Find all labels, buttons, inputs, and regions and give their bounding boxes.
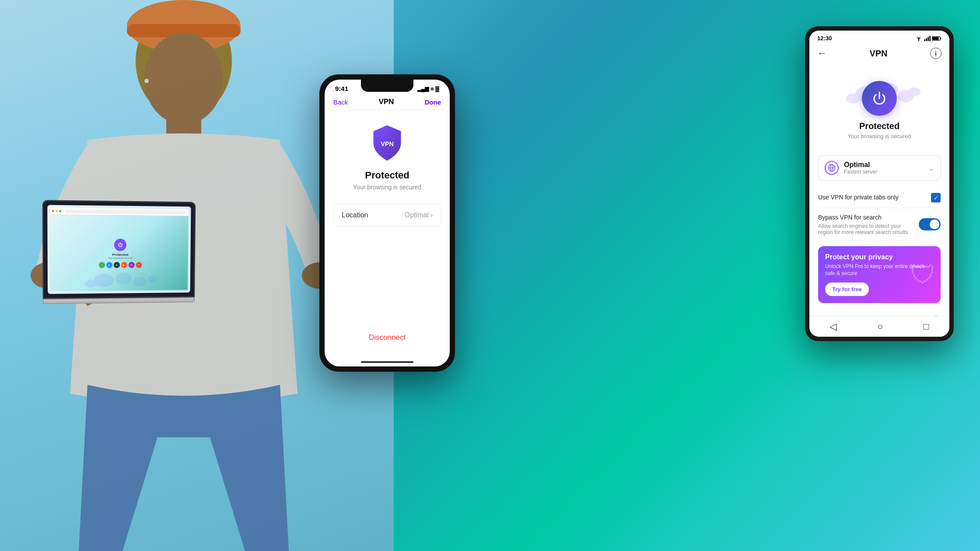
laptop-protected-text: Protected	[112, 252, 129, 256]
android-back-arrow[interactable]: ←	[817, 48, 827, 59]
iphone-back-button[interactable]: Back	[333, 98, 348, 106]
svg-point-10	[133, 277, 146, 286]
android-toggle-knob	[930, 220, 939, 229]
laptop-world-map	[48, 267, 190, 294]
android-frame: 12:30	[805, 26, 954, 341]
android-private-tabs-label: Use VPN for private tabs only	[818, 193, 931, 202]
vpn-shield-icon[interactable]: VPN	[368, 123, 407, 163]
android-protected-subtitle: Your browsing is secured	[848, 133, 911, 139]
android-phone: 12:30	[805, 26, 954, 341]
iphone-vpn-body: VPN Protected Your browsing is secured L…	[325, 110, 450, 244]
android-nav-recents-icon[interactable]: □	[924, 321, 929, 332]
iphone-location-label: Location	[342, 211, 368, 219]
svg-rect-15	[924, 39, 925, 41]
android-server-subtitle: Fastest server	[844, 169, 928, 175]
browser-dot-yellow	[56, 210, 58, 212]
laptop-sub-text: Your browsing is secured	[108, 256, 132, 259]
android-nav-home-icon[interactable]: ○	[877, 321, 883, 332]
android-bypass-search-row[interactable]: Bypass VPN for search Allow search engin…	[818, 208, 941, 241]
iphone-disconnect-button[interactable]: Disconnect	[325, 326, 450, 349]
svg-text:VPN: VPN	[381, 140, 394, 147]
android-promo-shield-decoration: 🛡	[910, 259, 936, 289]
android-nav-bar: ← VPN i	[809, 43, 949, 63]
android-bypass-label-group: Bypass VPN for search Allow search engin…	[818, 213, 919, 235]
android-battery-icon	[932, 36, 942, 41]
laptop-vpn-area: Protected Your browsing is secured ✓ S ●	[50, 215, 189, 291]
android-globe-icon	[825, 161, 839, 175]
svg-point-14	[918, 40, 920, 41]
android-status-icons	[915, 36, 942, 41]
svg-point-25	[846, 94, 860, 103]
svg-point-8	[94, 274, 114, 287]
android-private-tabs-checkbox[interactable]: ✓	[931, 193, 941, 202]
android-nav-title: VPN	[869, 49, 887, 59]
laptop-screen: Protected Your browsing is secured ✓ S ●	[42, 200, 196, 299]
svg-rect-18	[929, 36, 931, 41]
laptop-screen-inner: Protected Your browsing is secured ✓ S ●	[47, 205, 191, 294]
android-status-bar: 12:30	[809, 31, 949, 43]
laptop: Protected Your browsing is secured ✓ S ●	[42, 200, 196, 304]
android-signal-icon	[924, 36, 931, 41]
svg-point-4	[144, 79, 149, 83]
svg-point-26	[908, 87, 920, 96]
svg-rect-21	[932, 37, 939, 40]
android-promo-card: Protect your privacy Unlock VPN Pro to k…	[818, 246, 941, 303]
android-server-name: Optimal	[844, 161, 928, 169]
android-bypass-toggle[interactable]	[919, 218, 941, 230]
android-bypass-search-sublabel: Allow search engines to detect your regi…	[818, 223, 914, 235]
android-server-row[interactable]: Optimal Fastest server ⌄	[818, 155, 941, 181]
svg-rect-17	[928, 37, 929, 41]
android-info-icon[interactable]: i	[930, 48, 942, 59]
iphone-location-value: Optimal ›	[405, 211, 433, 219]
svg-rect-20	[940, 37, 941, 39]
android-wifi-icon	[915, 36, 922, 41]
laptop-screen-content: Protected Your browsing is secured ✓ S ●	[47, 205, 191, 294]
android-server-chevron: ⌄	[928, 164, 934, 172]
android-nav-back-icon[interactable]: ◁	[830, 321, 837, 332]
android-private-tabs-row[interactable]: Use VPN for private tabs only ✓	[818, 188, 941, 208]
svg-point-3	[144, 33, 223, 125]
battery-icon: ▓	[435, 86, 439, 92]
iphone-notch	[361, 80, 413, 92]
iphone-protected-subtitle: Your browsing is secured	[353, 184, 421, 191]
svg-point-11	[85, 280, 97, 288]
laptop-power-button[interactable]	[114, 238, 126, 251]
browser-url-bar	[66, 209, 187, 214]
iphone-frame: 9:41 ▂▄▆ ⌾ ▓ Back VPN Done	[319, 74, 455, 372]
iphone-location-row[interactable]: Location Optimal ›	[333, 204, 441, 227]
iphone: 9:41 ▂▄▆ ⌾ ▓ Back VPN Done	[319, 74, 455, 372]
iphone-time: 9:41	[335, 85, 348, 92]
android-bottom-nav: ◁ ○ □	[809, 316, 949, 337]
browser-dot-green	[59, 210, 61, 212]
iphone-navigation-bar: Back VPN Done	[325, 94, 450, 110]
iphone-done-button[interactable]: Done	[424, 98, 441, 106]
signal-icon: ▂▄▆	[417, 86, 429, 92]
android-vpn-body: Protected Your browsing is secured Optim…	[809, 63, 949, 321]
iphone-screen: 9:41 ▂▄▆ ⌾ ▓ Back VPN Done	[325, 80, 450, 366]
svg-point-9	[116, 272, 132, 284]
android-promo-button[interactable]: Try for free	[825, 282, 869, 296]
android-protected-title: Protected	[859, 121, 900, 131]
iphone-title: VPN	[378, 98, 394, 106]
chevron-right-icon: ›	[430, 211, 433, 219]
android-time: 12:30	[817, 35, 832, 42]
android-screen: 12:30	[809, 31, 949, 337]
browser-dot-red	[52, 210, 54, 212]
svg-rect-16	[926, 38, 927, 41]
android-power-button[interactable]	[862, 81, 897, 116]
iphone-home-indicator	[361, 361, 413, 363]
iphone-status-icons: ▂▄▆ ⌾ ▓	[417, 86, 439, 92]
android-power-section: Protected Your browsing is secured	[818, 68, 941, 155]
android-bypass-search-label: Bypass VPN for search	[818, 213, 914, 222]
wifi-icon: ⌾	[430, 86, 434, 92]
svg-point-12	[148, 276, 158, 283]
iphone-protected-title: Protected	[365, 170, 409, 181]
android-server-info: Optimal Fastest server	[844, 161, 928, 175]
